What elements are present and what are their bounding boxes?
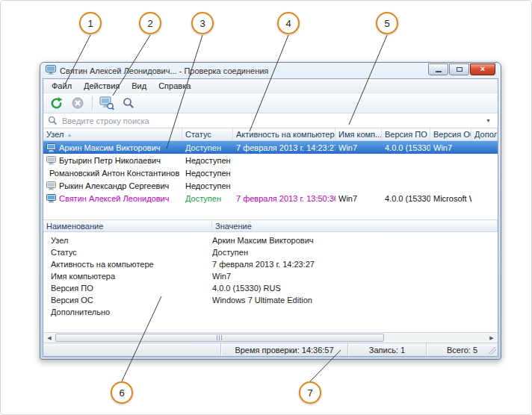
- column-header-computer[interactable]: Имя комп...: [335, 128, 382, 140]
- details-row[interactable]: Версия ПО 4.0.0 (15330) RUS: [43, 282, 498, 294]
- scroll-right-button[interactable]: ▶: [486, 333, 498, 343]
- cell-os: Win7: [430, 143, 471, 153]
- detail-value: 4.0.0 (15330) RUS: [212, 284, 498, 293]
- status-total: Всего: 5: [426, 343, 498, 356]
- details-row[interactable]: Активность на компьютере 7 февраля 2013 …: [43, 258, 498, 270]
- column-header-os[interactable]: Версия ОС: [430, 128, 471, 140]
- find-button[interactable]: [120, 95, 137, 111]
- check-connection-button[interactable]: [98, 95, 116, 111]
- close-button[interactable]: ×: [470, 63, 495, 75]
- list-row[interactable]: Аркин Максим Викторович Доступен 7 февра…: [43, 141, 498, 154]
- menu-item-view[interactable]: Вид: [126, 80, 152, 92]
- cell-extra: [471, 160, 498, 161]
- cell-sw: [382, 172, 430, 174]
- horizontal-scrollbar[interactable]: ◀ ▶: [43, 332, 498, 343]
- cell-computer: [335, 185, 382, 187]
- cell-status: Недоступен: [182, 155, 233, 166]
- column-header-status[interactable]: Статус: [182, 128, 233, 140]
- window-title: Святин Алексей Леонидович... - Проверка …: [60, 66, 424, 75]
- refresh-icon: [49, 96, 64, 110]
- cell-sw: [382, 160, 430, 161]
- stop-button[interactable]: [69, 95, 87, 111]
- sort-asc-icon: ▲: [66, 132, 72, 137]
- callout-6: 6: [111, 381, 133, 404]
- detail-value: Win7: [212, 272, 498, 281]
- titlebar[interactable]: Святин Алексей Леонидович... - Проверка …: [43, 63, 498, 78]
- resize-grip[interactable]: [489, 347, 496, 355]
- scroll-left-button[interactable]: ◀: [43, 333, 55, 343]
- cell-computer: [335, 172, 382, 174]
- details-row[interactable]: Имя компьютера Win7: [43, 270, 498, 282]
- magnifier-icon: [123, 97, 134, 109]
- cell-computer: [335, 160, 382, 161]
- menu-item-file[interactable]: Файл: [46, 80, 78, 92]
- cell-activity: 7 февраля 2013 г. 14:23:27: [233, 143, 335, 153]
- cell-node: Рыкин Александр Сергеевич: [59, 181, 169, 190]
- computer-icon: [46, 143, 56, 152]
- column-header-node[interactable]: Узел ▲: [43, 128, 182, 140]
- cell-os: [430, 172, 471, 174]
- cell-extra: [471, 147, 498, 149]
- details-row[interactable]: Статус Доступен: [43, 246, 498, 258]
- statusbar: Время проверки: 14:36:57 Запись: 1 Всего…: [43, 343, 498, 356]
- cell-status: Недоступен: [182, 168, 233, 178]
- list-row[interactable]: Святин Алексей Леонидович Доступен 7 фев…: [43, 192, 498, 205]
- detail-label: Активность на компьютере: [51, 260, 212, 269]
- cell-extra: [471, 198, 498, 199]
- cell-status: Доступен: [182, 193, 233, 204]
- cell-sw: 4.0.0 (15330): [382, 193, 430, 204]
- cell-sw: [382, 185, 430, 187]
- cell-extra: [471, 185, 498, 187]
- search-input[interactable]: [62, 116, 479, 125]
- cell-activity: [233, 185, 335, 187]
- detail-label: Версия ПО: [51, 284, 212, 293]
- minimize-button[interactable]: [428, 63, 448, 75]
- column-header-sw[interactable]: Версия ПО: [382, 128, 430, 140]
- toolbar: [43, 93, 498, 113]
- refresh-button[interactable]: [47, 95, 65, 111]
- cell-os: [430, 160, 471, 161]
- details-row[interactable]: Узел Аркин Максим Викторович: [43, 234, 498, 246]
- computer-icon: [46, 194, 56, 203]
- details-row[interactable]: Дополнительно: [43, 306, 498, 318]
- maximize-button[interactable]: [449, 63, 469, 75]
- column-header-activity[interactable]: Активность на компьютере: [233, 128, 335, 140]
- cell-sw: 4.0.0 (15330): [382, 143, 430, 153]
- status-record: Запись: 1: [347, 343, 426, 356]
- status-check-time: Время проверки: 14:36:57: [220, 343, 347, 356]
- scroll-thumb[interactable]: [55, 334, 384, 342]
- maximize-icon: [457, 67, 463, 72]
- menu-item-actions[interactable]: Действия: [78, 80, 126, 92]
- cell-status: Недоступен: [182, 181, 233, 191]
- callout-5: 5: [376, 12, 398, 34]
- menubar: Файл Действия Вид Справка: [43, 79, 498, 93]
- cell-os: Microsoft W: [430, 193, 471, 204]
- cell-status: Доступен: [182, 143, 233, 153]
- cell-node: Святин Алексей Леонидович: [59, 194, 170, 203]
- details-header: Наименование Значение: [43, 219, 498, 232]
- callout-1: 1: [79, 12, 102, 34]
- column-header-extra[interactable]: Дополн.: [471, 128, 498, 140]
- detail-value: 7 февраля 2013 г. 14:23:27: [212, 260, 498, 269]
- callout-2: 2: [139, 12, 161, 34]
- detail-label: Статус: [51, 248, 212, 257]
- cell-activity: 7 февраля 2013 г. 13:50:36: [233, 193, 335, 204]
- detail-value: Доступен: [212, 248, 498, 257]
- cell-node: Бутырин Петр Николаевич: [59, 156, 161, 165]
- window-controls: ×: [428, 63, 495, 75]
- chevron-down-icon[interactable]: ▼: [483, 116, 493, 125]
- toolbar-separator: [92, 96, 93, 110]
- list-row[interactable]: Романовский Антон Константинов Недоступе…: [43, 166, 498, 179]
- list-row[interactable]: Рыкин Александр Сергеевич Недоступен: [43, 179, 498, 192]
- minimize-icon: [436, 71, 442, 72]
- computer-icon: [46, 156, 56, 165]
- callout-4: 4: [277, 12, 300, 34]
- detail-label: Имя компьютера: [51, 272, 212, 281]
- details-row[interactable]: Версия ОС Windows 7 Ultimate Edition: [43, 294, 498, 306]
- cell-node: Аркин Максим Викторович: [59, 143, 161, 152]
- cell-os: [430, 185, 471, 187]
- menu-item-help[interactable]: Справка: [152, 80, 197, 92]
- close-icon: ×: [480, 65, 485, 73]
- cell-extra: [471, 172, 498, 174]
- list-row[interactable]: Бутырин Петр Николаевич Недоступен: [43, 154, 498, 166]
